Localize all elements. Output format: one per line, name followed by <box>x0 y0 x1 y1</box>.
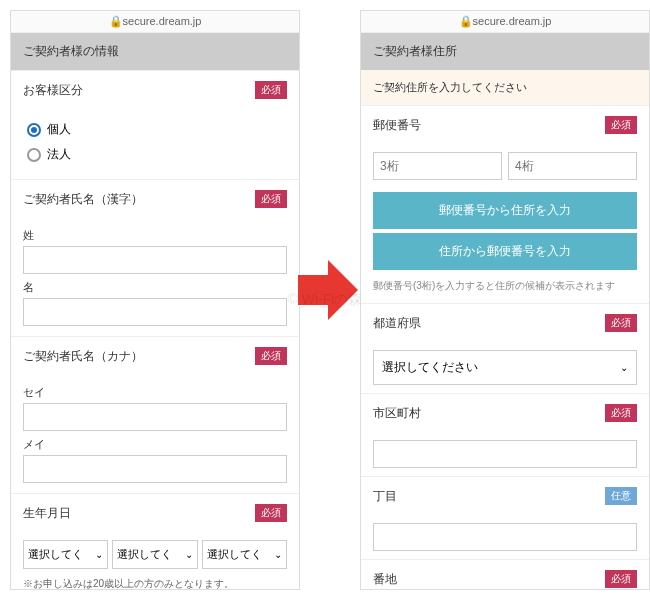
birth-month-select[interactable]: 選択してく⌄ <box>112 540 197 569</box>
chevron-icon: ⌄ <box>185 549 193 560</box>
required-badge: 必須 <box>255 347 287 365</box>
required-badge: 必須 <box>605 404 637 422</box>
required-badge: 必須 <box>605 116 637 134</box>
radio-corporate[interactable]: 法人 <box>27 142 283 167</box>
chevron-icon: ⌄ <box>274 549 282 560</box>
radio-icon <box>27 123 41 137</box>
required-badge: 必須 <box>255 190 287 208</box>
radio-individual[interactable]: 個人 <box>27 117 283 142</box>
city-label: 市区町村 <box>373 405 421 422</box>
postal4-input[interactable] <box>508 152 637 180</box>
right-panel: 🔒secure.dream.jp ご契約者様住所 ご契約住所を入力してください … <box>360 10 650 590</box>
birth-label: 生年月日 <box>23 505 71 522</box>
sei-kana-input[interactable] <box>23 403 287 431</box>
url-bar: 🔒secure.dream.jp <box>361 11 649 33</box>
mei-kana-label: メイ <box>23 437 287 452</box>
city-input[interactable] <box>373 440 637 468</box>
postal-label: 郵便番号 <box>373 117 421 134</box>
required-badge: 必須 <box>605 314 637 332</box>
arrow-icon <box>298 250 358 330</box>
mei-label: 名 <box>23 280 287 295</box>
birth-year-select[interactable]: 選択してく⌄ <box>23 540 108 569</box>
name-kana-label: ご契約者氏名（カナ） <box>23 348 143 365</box>
mei-input[interactable] <box>23 298 287 326</box>
section-header: ご契約者様住所 <box>361 33 649 70</box>
optional-badge: 任意 <box>605 487 637 505</box>
name-kanji-label: ご契約者氏名（漢字） <box>23 191 143 208</box>
url-bar: 🔒secure.dream.jp <box>11 11 299 33</box>
birth-day-select[interactable]: 選択してく⌄ <box>202 540 287 569</box>
town-label: 丁目 <box>373 488 397 505</box>
pref-select[interactable]: 選択してください⌄ <box>373 350 637 385</box>
sei-input[interactable] <box>23 246 287 274</box>
sei-kana-label: セイ <box>23 385 287 400</box>
block-label: 番地 <box>373 571 397 588</box>
required-badge: 必須 <box>255 81 287 99</box>
left-panel: 🔒secure.dream.jp ご契約者様の情報 お客様区分 必須 個人 法人… <box>10 10 300 590</box>
postal-to-address-button[interactable]: 郵便番号から住所を入力 <box>373 192 637 229</box>
radio-icon <box>27 148 41 162</box>
sei-label: 姓 <box>23 228 287 243</box>
chevron-icon: ⌄ <box>95 549 103 560</box>
customer-type-label: お客様区分 <box>23 82 83 99</box>
section-header: ご契約者様の情報 <box>11 33 299 70</box>
postal-hint: 郵便番号(3桁)を入力すると住所の候補が表示されます <box>361 274 649 303</box>
pref-label: 都道府県 <box>373 315 421 332</box>
address-to-postal-button[interactable]: 住所から郵便番号を入力 <box>373 233 637 270</box>
birth-note: ※お申し込みは20歳以上の方のみとなります。 <box>11 577 299 590</box>
mei-kana-input[interactable] <box>23 455 287 483</box>
town-input[interactable] <box>373 523 637 551</box>
required-badge: 必須 <box>605 570 637 588</box>
postal3-input[interactable] <box>373 152 502 180</box>
required-badge: 必須 <box>255 504 287 522</box>
notice-text: ご契約住所を入力してください <box>361 70 649 105</box>
chevron-icon: ⌄ <box>620 362 628 373</box>
